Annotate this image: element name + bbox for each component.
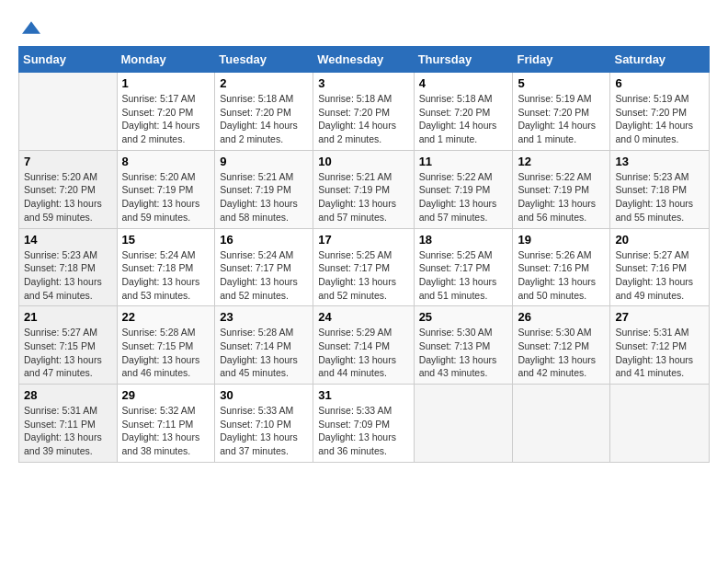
day-number: 27 xyxy=(615,310,704,324)
day-of-week-header: Thursday xyxy=(414,47,513,73)
day-info: Sunrise: 5:25 AM Sunset: 7:17 PM Dayligh… xyxy=(419,248,508,303)
day-number: 22 xyxy=(122,310,210,324)
day-number: 29 xyxy=(122,388,210,402)
day-info: Sunrise: 5:31 AM Sunset: 7:11 PM Dayligh… xyxy=(24,404,112,458)
day-info: Sunrise: 5:25 AM Sunset: 7:17 PM Dayligh… xyxy=(318,248,408,303)
day-number: 21 xyxy=(24,310,112,324)
day-number: 19 xyxy=(518,233,605,247)
page-header xyxy=(18,18,710,37)
day-info: Sunrise: 5:18 AM Sunset: 7:20 PM Dayligh… xyxy=(220,92,308,146)
day-number: 26 xyxy=(518,310,605,324)
day-number: 4 xyxy=(419,76,508,90)
day-number: 18 xyxy=(419,233,508,247)
day-number: 3 xyxy=(318,76,408,90)
day-info: Sunrise: 5:17 AM Sunset: 7:20 PM Dayligh… xyxy=(122,92,210,146)
calendar-cell: 29Sunrise: 5:32 AM Sunset: 7:11 PM Dayli… xyxy=(117,385,215,463)
day-info: Sunrise: 5:23 AM Sunset: 7:18 PM Dayligh… xyxy=(24,248,112,303)
day-info: Sunrise: 5:24 AM Sunset: 7:17 PM Dayligh… xyxy=(220,248,308,303)
day-of-week-header: Sunday xyxy=(19,47,118,73)
day-info: Sunrise: 5:29 AM Sunset: 7:14 PM Dayligh… xyxy=(318,326,408,380)
calendar-cell xyxy=(610,385,710,463)
day-number: 30 xyxy=(220,388,308,402)
calendar-cell: 25Sunrise: 5:30 AM Sunset: 7:13 PM Dayli… xyxy=(414,306,513,385)
day-number: 28 xyxy=(24,388,112,402)
svg-marker-0 xyxy=(22,21,40,33)
calendar-week-row: 14Sunrise: 5:23 AM Sunset: 7:18 PM Dayli… xyxy=(19,228,710,306)
day-info: Sunrise: 5:30 AM Sunset: 7:12 PM Dayligh… xyxy=(518,326,605,380)
day-number: 31 xyxy=(318,388,408,402)
day-number: 5 xyxy=(518,76,605,90)
day-info: Sunrise: 5:31 AM Sunset: 7:12 PM Dayligh… xyxy=(615,326,704,380)
day-number: 11 xyxy=(419,155,508,168)
day-number: 25 xyxy=(419,310,508,324)
calendar-cell: 30Sunrise: 5:33 AM Sunset: 7:10 PM Dayli… xyxy=(215,385,313,463)
day-info: Sunrise: 5:18 AM Sunset: 7:20 PM Dayligh… xyxy=(318,92,408,146)
calendar-cell: 2Sunrise: 5:18 AM Sunset: 7:20 PM Daylig… xyxy=(215,73,313,151)
calendar-week-row: 21Sunrise: 5:27 AM Sunset: 7:15 PM Dayli… xyxy=(19,306,710,385)
day-number: 9 xyxy=(220,155,308,168)
calendar-cell: 4Sunrise: 5:18 AM Sunset: 7:20 PM Daylig… xyxy=(414,73,513,151)
day-info: Sunrise: 5:23 AM Sunset: 7:18 PM Dayligh… xyxy=(615,170,704,224)
day-info: Sunrise: 5:26 AM Sunset: 7:16 PM Dayligh… xyxy=(518,248,605,303)
calendar-cell: 16Sunrise: 5:24 AM Sunset: 7:17 PM Dayli… xyxy=(215,228,313,306)
calendar-cell: 6Sunrise: 5:19 AM Sunset: 7:20 PM Daylig… xyxy=(610,73,710,151)
day-number: 16 xyxy=(220,233,308,247)
logo xyxy=(18,18,40,37)
calendar-cell: 8Sunrise: 5:20 AM Sunset: 7:19 PM Daylig… xyxy=(117,150,215,228)
day-number: 17 xyxy=(318,233,408,247)
calendar-cell: 26Sunrise: 5:30 AM Sunset: 7:12 PM Dayli… xyxy=(513,306,610,385)
day-number: 8 xyxy=(122,155,210,168)
day-number: 2 xyxy=(220,76,308,90)
calendar-cell: 5Sunrise: 5:19 AM Sunset: 7:20 PM Daylig… xyxy=(513,73,610,151)
day-info: Sunrise: 5:33 AM Sunset: 7:10 PM Dayligh… xyxy=(220,404,308,458)
calendar-cell: 11Sunrise: 5:22 AM Sunset: 7:19 PM Dayli… xyxy=(414,150,513,228)
day-info: Sunrise: 5:19 AM Sunset: 7:20 PM Dayligh… xyxy=(615,92,704,146)
calendar-cell: 7Sunrise: 5:20 AM Sunset: 7:20 PM Daylig… xyxy=(19,150,118,228)
day-info: Sunrise: 5:28 AM Sunset: 7:14 PM Dayligh… xyxy=(220,326,308,380)
day-of-week-header: Wednesday xyxy=(313,47,414,73)
day-info: Sunrise: 5:22 AM Sunset: 7:19 PM Dayligh… xyxy=(518,170,605,224)
day-number: 10 xyxy=(318,155,408,168)
day-number: 23 xyxy=(220,310,308,324)
day-info: Sunrise: 5:21 AM Sunset: 7:19 PM Dayligh… xyxy=(220,170,308,224)
days-header-row: SundayMondayTuesdayWednesdayThursdayFrid… xyxy=(19,47,710,73)
day-number: 7 xyxy=(24,155,112,168)
calendar-cell: 21Sunrise: 5:27 AM Sunset: 7:15 PM Dayli… xyxy=(19,306,118,385)
day-number: 1 xyxy=(122,76,210,90)
day-number: 13 xyxy=(615,155,704,168)
day-of-week-header: Tuesday xyxy=(215,47,313,73)
calendar-cell: 19Sunrise: 5:26 AM Sunset: 7:16 PM Dayli… xyxy=(513,228,610,306)
calendar-cell: 17Sunrise: 5:25 AM Sunset: 7:17 PM Dayli… xyxy=(313,228,414,306)
calendar-cell: 1Sunrise: 5:17 AM Sunset: 7:20 PM Daylig… xyxy=(117,73,215,151)
calendar-cell: 22Sunrise: 5:28 AM Sunset: 7:15 PM Dayli… xyxy=(117,306,215,385)
day-info: Sunrise: 5:21 AM Sunset: 7:19 PM Dayligh… xyxy=(318,170,408,224)
day-of-week-header: Friday xyxy=(513,47,610,73)
day-info: Sunrise: 5:18 AM Sunset: 7:20 PM Dayligh… xyxy=(419,92,508,146)
day-number: 24 xyxy=(318,310,408,324)
day-number: 6 xyxy=(615,76,704,90)
day-number: 20 xyxy=(615,233,704,247)
calendar-cell xyxy=(513,385,610,463)
calendar-cell: 3Sunrise: 5:18 AM Sunset: 7:20 PM Daylig… xyxy=(313,73,414,151)
calendar-cell: 18Sunrise: 5:25 AM Sunset: 7:17 PM Dayli… xyxy=(414,228,513,306)
calendar-cell: 31Sunrise: 5:33 AM Sunset: 7:09 PM Dayli… xyxy=(313,385,414,463)
day-info: Sunrise: 5:22 AM Sunset: 7:19 PM Dayligh… xyxy=(419,170,508,224)
calendar-cell: 27Sunrise: 5:31 AM Sunset: 7:12 PM Dayli… xyxy=(610,306,710,385)
calendar-cell: 9Sunrise: 5:21 AM Sunset: 7:19 PM Daylig… xyxy=(215,150,313,228)
calendar-cell: 20Sunrise: 5:27 AM Sunset: 7:16 PM Dayli… xyxy=(610,228,710,306)
calendar-cell: 23Sunrise: 5:28 AM Sunset: 7:14 PM Dayli… xyxy=(215,306,313,385)
day-info: Sunrise: 5:19 AM Sunset: 7:20 PM Dayligh… xyxy=(518,92,605,146)
day-info: Sunrise: 5:27 AM Sunset: 7:16 PM Dayligh… xyxy=(615,248,704,303)
day-info: Sunrise: 5:28 AM Sunset: 7:15 PM Dayligh… xyxy=(122,326,210,380)
logo-icon xyxy=(22,18,40,37)
calendar-table: SundayMondayTuesdayWednesdayThursdayFrid… xyxy=(18,46,710,463)
day-info: Sunrise: 5:27 AM Sunset: 7:15 PM Dayligh… xyxy=(24,326,112,380)
day-info: Sunrise: 5:20 AM Sunset: 7:20 PM Dayligh… xyxy=(24,170,112,224)
day-number: 12 xyxy=(518,155,605,168)
day-info: Sunrise: 5:24 AM Sunset: 7:18 PM Dayligh… xyxy=(122,248,210,303)
calendar-week-row: 7Sunrise: 5:20 AM Sunset: 7:20 PM Daylig… xyxy=(19,150,710,228)
calendar-cell xyxy=(19,73,118,151)
day-of-week-header: Monday xyxy=(117,47,215,73)
calendar-cell xyxy=(414,385,513,463)
calendar-cell: 10Sunrise: 5:21 AM Sunset: 7:19 PM Dayli… xyxy=(313,150,414,228)
